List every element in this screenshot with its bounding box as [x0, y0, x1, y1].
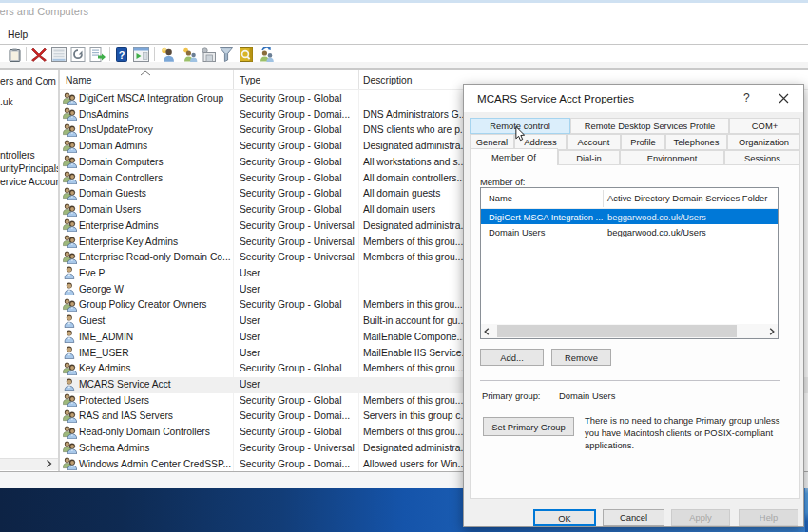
svg-text:?: ?: [119, 49, 125, 61]
